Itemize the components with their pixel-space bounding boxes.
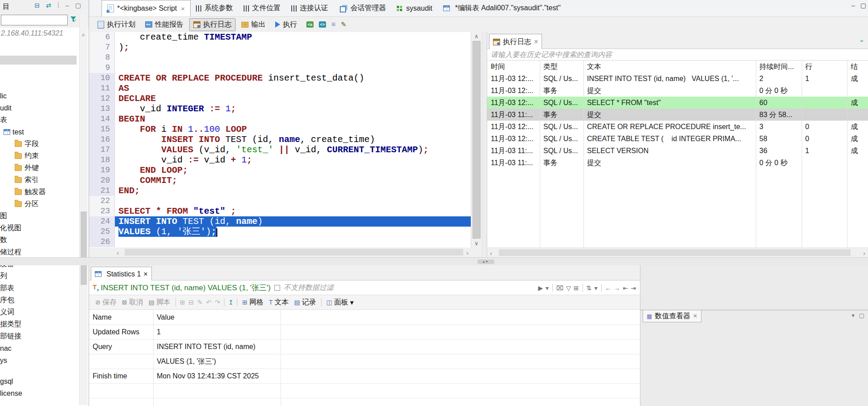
maximize-view-icon[interactable]: ▢ [74, 2, 82, 9]
edit-pencil-icon[interactable]: ✎ [341, 20, 346, 28]
code-line[interactable]: 8 [89, 53, 471, 63]
code-line[interactable]: 17 VALUES (v_id, 'test_' || v_id, CURREN… [89, 145, 471, 155]
tree-item-数[interactable]: 数 [0, 234, 79, 246]
code-line[interactable]: 23SELECT * FROM "test" ; [89, 206, 471, 216]
log-column-header[interactable]: 时间 [487, 61, 540, 73]
log-row[interactable]: 11月-03 12:...SQL / Us...SELECT * FROM "t… [487, 97, 868, 109]
horizontal-sash[interactable]: ▴▾ [0, 257, 868, 265]
tree-item-图[interactable]: 图 [0, 210, 79, 222]
tree-item-字段[interactable]: 字段 [0, 138, 79, 150]
tree-item-储过程[interactable]: 储过程 [0, 246, 79, 258]
nav-right-icon[interactable]: → [613, 284, 622, 292]
main-tab[interactable]: 系统参数 [191, 0, 238, 16]
tree-item-test[interactable]: test [0, 126, 79, 138]
log-table-header[interactable]: 时间类型文本持续时间...行结 [487, 61, 868, 73]
statistics-table[interactable]: NameValueUpdated Rows1QueryINSERT INTO T… [89, 310, 640, 406]
code-line[interactable]: 20 COMMIT; [89, 175, 471, 186]
main-tab[interactable]: *编辑表 Adali007."sysaudit"."test" [438, 0, 566, 16]
code-line[interactable]: 10CREATE OR REPLACE PROCEDURE insert_tes… [89, 73, 471, 83]
filter-icon[interactable]: ▽ [565, 284, 572, 292]
collapse-all-icon[interactable]: ⊟ [33, 2, 41, 9]
sql-editor-teal-icon[interactable]: <> [319, 21, 326, 28]
code-line[interactable]: 14BEGIN [89, 114, 471, 124]
log-row[interactable]: 11月-03 12:...SQL / Us...INSERT INTO TEST… [487, 73, 868, 85]
link-editor-icon[interactable]: ⇄ [45, 2, 53, 9]
minimize-view-icon[interactable]: – [64, 2, 70, 9]
toolbar-button-output[interactable]: 输出 [237, 18, 269, 31]
log-horizontal-scrollbar[interactable]: ‹ › [487, 248, 868, 257]
script-button[interactable]: ▤脚本 [146, 298, 173, 307]
code-line[interactable]: 16 INSERT INTO TEST (id, name, create_ti… [89, 134, 471, 145]
stats-row[interactable] [89, 398, 640, 406]
tree-item-序包[interactable]: 序包 [0, 294, 79, 306]
tree-item-分区[interactable]: 分区 [0, 198, 79, 210]
filter-query-text[interactable]: INSERT INTO TEST (id, name) VALUES (1, '… [101, 283, 271, 293]
editor-horizontal-scrollbar[interactable]: ‹ › [89, 248, 482, 257]
log-column-header[interactable]: 持续时间... [756, 61, 802, 73]
code-line[interactable]: 12DECLARE [89, 93, 471, 104]
log-column-header[interactable]: 文本 [583, 61, 756, 73]
tree-item-部表[interactable]: 部表 [0, 282, 79, 294]
stats-row[interactable]: Updated Rows1 [89, 325, 640, 340]
log-row[interactable]: 11月-03 11:...事务提交83 分 58... [487, 109, 868, 121]
scroll-up-icon[interactable]: ∧ [474, 33, 479, 40]
log-row[interactable]: 11月-03 11:...SQL / Us...SELECT VERSION36… [487, 145, 868, 157]
grid-view-button[interactable]: ⊞网格 [240, 298, 266, 307]
tree-item-据类型[interactable]: 据类型 [0, 318, 79, 330]
tree-item-索引[interactable]: 索引 [0, 174, 79, 186]
tree-item-列[interactable]: 列 [0, 270, 79, 282]
tree-item-lic[interactable]: lic [0, 90, 79, 102]
export-icon[interactable]: ↥ [227, 299, 235, 306]
erase-icon[interactable]: ⌧ [555, 284, 565, 292]
stats-row[interactable] [89, 384, 640, 398]
log-row[interactable]: 11月-03 12:...SQL / Us...CREATE OR REPLAC… [487, 121, 868, 133]
stats-row[interactable]: Finish timeMon Nov 03 12:41:39 CST 2025 [89, 369, 640, 384]
scrollbar-thumb[interactable] [81, 211, 87, 285]
row-add-icon[interactable]: ⊞ [178, 299, 187, 306]
scroll-left-icon[interactable]: ‹ [117, 249, 119, 256]
sidebar-search-input[interactable] [1, 15, 68, 25]
main-tab[interactable]: 文件位置 [238, 0, 286, 16]
scroll-right-icon[interactable]: › [466, 249, 469, 256]
save-button[interactable]: ⊘保存 [93, 298, 119, 307]
scroll-down-icon[interactable]: ∨ [474, 240, 479, 247]
scroll-left-icon[interactable]: ‹ [490, 249, 492, 257]
log-row[interactable]: 11月-03 11:...事务提交0 分 0 秒 [487, 157, 868, 169]
code-line[interactable]: 7); [89, 42, 471, 53]
tree-item-udit[interactable]: udit [0, 102, 79, 114]
code-line[interactable]: 13 v_id INTEGER := 1; [89, 104, 471, 114]
tree-item-ys[interactable]: ys [0, 354, 79, 366]
text-view-button[interactable]: T文本 [266, 298, 292, 307]
tree-item-表[interactable]: 表 [0, 114, 79, 126]
expand-filter-icon[interactable] [274, 285, 280, 291]
scrollbar-thumb[interactable] [125, 249, 463, 256]
row-delete-icon[interactable]: ⊟ [187, 299, 196, 306]
panel-menu-chevron-icon[interactable]: ⌄ [859, 36, 864, 44]
nav-last-icon[interactable]: ⇥ [629, 284, 637, 292]
redo-icon[interactable]: ↷ [213, 299, 222, 306]
record-view-button[interactable]: ▤记录 [291, 298, 318, 307]
tree-item-外键[interactable]: 外键 [0, 162, 79, 174]
panel-dropdown-icon[interactable]: ▾ [852, 312, 855, 319]
run-icon[interactable]: ▶ [537, 284, 544, 292]
window-minimize-icon[interactable]: – [852, 2, 855, 9]
editor-vertical-scrollbar[interactable]: ∧ ∨ [471, 32, 482, 248]
panel-minimize-icon[interactable]: ▢ [859, 312, 864, 319]
toolbar-button-calendar[interactable]: 执行日志 [189, 18, 236, 31]
close-icon[interactable]: × [181, 5, 185, 12]
scrollbar-thumb[interactable] [499, 249, 851, 256]
stats-row[interactable]: QueryINSERT INTO TEST (id, name) [89, 340, 640, 354]
close-icon[interactable]: × [693, 312, 697, 320]
tree-item-部链接[interactable]: 部链接 [0, 330, 79, 342]
window-maximize-icon[interactable]: ▢ [860, 2, 866, 9]
tree-item-约束[interactable]: 约束 [0, 150, 79, 162]
tree-item-义词[interactable]: 义词 [0, 306, 79, 318]
sql-code-editor[interactable]: 6 create_time TIMESTAMP7);8910CREATE OR … [89, 32, 471, 248]
code-line[interactable]: 18 v_id := v_id + 1; [89, 155, 471, 165]
main-tab[interactable]: 会话管理器 [334, 0, 391, 16]
dropdown-icon[interactable]: ▾ [544, 284, 550, 292]
undo-icon[interactable]: ↶ [204, 299, 213, 306]
log-row[interactable]: 11月-03 12:...事务提交0 分 0 秒 [487, 85, 868, 97]
nav-first-icon[interactable]: ⇤ [622, 284, 630, 292]
log-column-header[interactable]: 类型 [540, 61, 583, 73]
